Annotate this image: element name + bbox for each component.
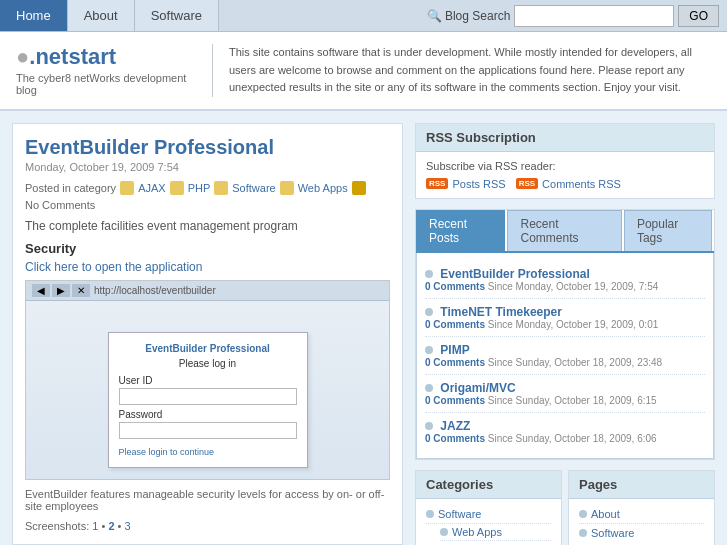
tabs: Recent Posts Recent Comments Popular Tag… (416, 210, 714, 253)
recent-post-2: PIMP 0 Comments Since Sunday, October 18… (425, 337, 705, 375)
pages-box: Pages About Software Archives Octob (568, 470, 715, 545)
app-mock: EventBuilder Professional Please log in … (108, 332, 308, 468)
post-footer: EventBuilder features manageable securit… (25, 488, 390, 512)
post: EventBuilder Professional Monday, Octobe… (12, 123, 403, 545)
click-link[interactable]: Click here to open the application (25, 260, 202, 274)
circle-icon-4 (425, 422, 433, 430)
rss-subscribe-label: Subscribe via RSS reader: (426, 160, 704, 172)
nocomments-tag-icon (352, 181, 366, 195)
go-button[interactable]: GO (678, 5, 719, 27)
page-software: Software (579, 524, 704, 542)
please-login-label: Please log in (119, 358, 297, 369)
tag-webapps[interactable]: Web Apps (298, 182, 348, 194)
forward-button[interactable]: ▶ (52, 284, 70, 297)
recent-posts-content: EventBuilder Professional 0 Comments Sin… (416, 253, 714, 459)
page-circle-software (579, 529, 587, 537)
main: EventBuilder Professional Monday, Octobe… (0, 111, 727, 545)
screenshot-1[interactable]: 1 (92, 520, 98, 532)
categories-title: Categories (416, 471, 561, 499)
tab-recent-comments[interactable]: Recent Comments (507, 210, 621, 251)
recent-post-meta-3: 0 Comments Since Sunday, October 18, 200… (425, 395, 705, 406)
rss-content: Subscribe via RSS reader: RSS Posts RSS … (416, 152, 714, 198)
recent-post-0: EventBuilder Professional 0 Comments Sin… (425, 261, 705, 299)
site-banner: ●.netstart The cyber8 netWorks developme… (0, 32, 727, 111)
screenshot-3[interactable]: 3 (124, 520, 130, 532)
recent-post-meta-2: 0 Comments Since Sunday, October 18, 200… (425, 357, 705, 368)
recent-post-title-1[interactable]: TimeNET Timekeeper (440, 305, 562, 319)
recent-post-title-2[interactable]: PIMP (440, 343, 469, 357)
nav: Home About Software (0, 0, 219, 31)
page-about: About (579, 505, 704, 524)
app-inner: EventBuilder Professional Please log in … (26, 301, 389, 480)
app-mock-logo: EventBuilder Professional (119, 343, 297, 354)
software-sub-list: Web Apps AJAX PHP (426, 524, 551, 545)
tag-software[interactable]: Software (232, 182, 275, 194)
recent-posts-box: Recent Posts Recent Comments Popular Tag… (415, 209, 715, 460)
post-date: Monday, October 19, 2009 7:54 (25, 161, 390, 173)
userid-label: User ID (119, 375, 297, 386)
post-title: EventBuilder Professional (25, 136, 390, 159)
category-software: Software (426, 505, 551, 524)
pages-list: About Software (569, 499, 714, 545)
no-comments: No Comments (25, 199, 95, 211)
php-tag-icon (170, 181, 184, 195)
comments-rss-icon: RSS (516, 178, 538, 189)
categories-list: Software Web Apps AJAX (416, 499, 561, 545)
recent-post-title-4[interactable]: JAZZ (440, 419, 470, 433)
recent-post-meta-1: 0 Comments Since Monday, October 19, 200… (425, 319, 705, 330)
page-circle-about (579, 510, 587, 518)
page-about-link[interactable]: About (591, 508, 620, 520)
recent-post-3: Origami/MVC 0 Comments Since Sunday, Oct… (425, 375, 705, 413)
password-input[interactable] (119, 422, 297, 439)
nav-software[interactable]: Software (135, 0, 219, 31)
search-input[interactable] (514, 5, 674, 27)
nav-home[interactable]: Home (0, 0, 68, 31)
browser-nav: ◀ ▶ ✕ (32, 284, 90, 297)
rss-title: RSS Subscription (416, 124, 714, 152)
tag-ajax[interactable]: AJAX (138, 182, 166, 194)
recent-post-title-3[interactable]: Origami/MVC (440, 381, 515, 395)
password-label: Password (119, 409, 297, 420)
circle-icon-1 (425, 308, 433, 316)
comments-rss-link[interactable]: RSS Comments RSS (516, 178, 621, 190)
login-continue-link[interactable]: Please login to continue (119, 447, 215, 457)
recent-post-meta-0: 0 Comments Since Monday, October 19, 200… (425, 281, 705, 292)
header: Home About Software 🔍 Blog Search GO (0, 0, 727, 32)
tag-php[interactable]: PHP (188, 182, 211, 194)
back-button[interactable]: ◀ (32, 284, 50, 297)
sidebar: RSS Subscription Subscribe via RSS reade… (415, 123, 715, 545)
recent-post-meta-4: 0 Comments Since Sunday, October 18, 200… (425, 433, 705, 444)
tab-popular-tags[interactable]: Popular Tags (624, 210, 712, 251)
categories-box: Categories Software Web Apps (415, 470, 562, 545)
recent-post-1: TimeNET Timekeeper 0 Comments Since Mond… (425, 299, 705, 337)
content: EventBuilder Professional Monday, Octobe… (12, 123, 403, 545)
site-description: This site contains software that is unde… (212, 44, 711, 97)
rss-box: RSS Subscription Subscribe via RSS reade… (415, 123, 715, 199)
category-webapps: Web Apps (440, 524, 551, 541)
screenshots: Screenshots: 1 • 2 • 3 (25, 520, 390, 532)
category-software-link[interactable]: Software (438, 508, 481, 520)
cat-circle-webapps (440, 528, 448, 536)
logo-area: ●.netstart The cyber8 netWorks developme… (16, 44, 196, 96)
browser-bar: ◀ ▶ ✕ http://localhost/eventbuilder (26, 281, 389, 301)
recent-post-4: JAZZ 0 Comments Since Sunday, October 18… (425, 413, 705, 450)
userid-input[interactable] (119, 388, 297, 405)
screenshot-2[interactable]: 2 (108, 520, 114, 532)
logo: ●.netstart (16, 44, 196, 70)
software-tag-icon (214, 181, 228, 195)
cat-circle-software (426, 510, 434, 518)
search-area: 🔍 Blog Search GO (419, 1, 727, 31)
page-software-link[interactable]: Software (591, 527, 634, 539)
circle-icon-2 (425, 346, 433, 354)
posts-rss-link[interactable]: RSS Posts RSS (426, 178, 506, 190)
nav-about[interactable]: About (68, 0, 135, 31)
ajax-tag-icon (120, 181, 134, 195)
pages-title: Pages (569, 471, 714, 499)
recent-post-title-0[interactable]: EventBuilder Professional (440, 267, 589, 281)
post-description: The complete facilities event management… (25, 219, 390, 233)
tab-recent-posts[interactable]: Recent Posts (416, 210, 505, 251)
stop-button[interactable]: ✕ (72, 284, 90, 297)
search-icon-label: 🔍 Blog Search (427, 9, 510, 23)
search-icon: 🔍 (427, 9, 442, 23)
category-webapps-link[interactable]: Web Apps (452, 526, 502, 538)
